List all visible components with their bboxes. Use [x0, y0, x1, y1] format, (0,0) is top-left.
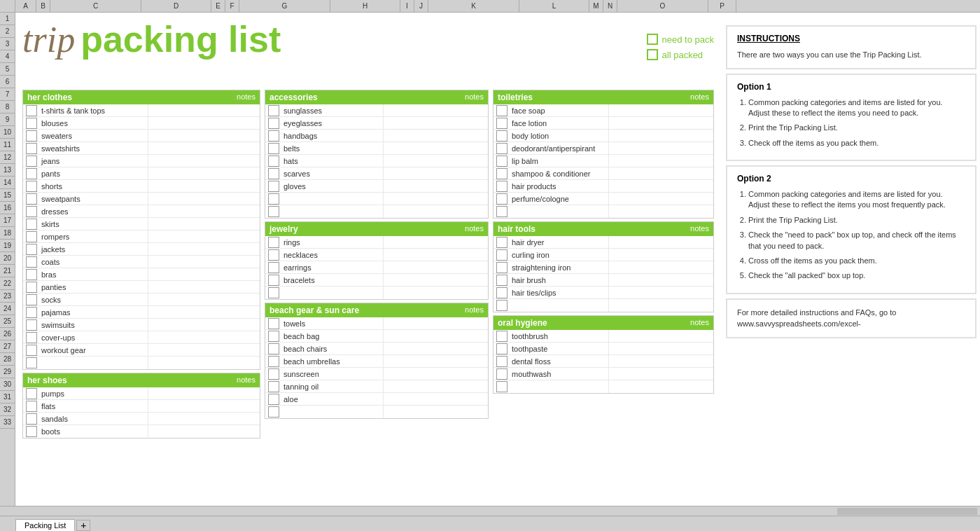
item-notes-field[interactable]: [148, 306, 260, 318]
item-notes-field[interactable]: [608, 330, 713, 342]
item-checkbox[interactable]: [496, 143, 507, 154]
item-notes-field[interactable]: [608, 380, 713, 393]
item-notes-field[interactable]: [148, 155, 260, 167]
item-checkbox[interactable]: [268, 206, 279, 217]
item-notes-field[interactable]: [608, 274, 713, 286]
item-checkbox[interactable]: [268, 181, 279, 192]
item-checkbox[interactable]: [26, 282, 37, 293]
item-notes-field[interactable]: [608, 368, 713, 380]
item-notes-field[interactable]: [148, 319, 260, 331]
item-notes-field[interactable]: [148, 193, 260, 205]
item-checkbox[interactable]: [268, 130, 279, 142]
item-checkbox[interactable]: [496, 168, 507, 179]
item-notes-field[interactable]: [148, 357, 260, 369]
item-notes-field[interactable]: [383, 193, 488, 205]
item-checkbox[interactable]: [496, 381, 507, 392]
item-checkbox[interactable]: [26, 332, 37, 343]
item-checkbox[interactable]: [26, 401, 37, 412]
item-notes-field[interactable]: [383, 155, 488, 167]
item-checkbox[interactable]: [268, 237, 279, 248]
item-checkbox[interactable]: [496, 343, 507, 354]
item-checkbox[interactable]: [496, 206, 507, 217]
item-checkbox[interactable]: [26, 269, 37, 280]
item-checkbox[interactable]: [26, 307, 37, 318]
item-checkbox[interactable]: [496, 193, 507, 205]
item-checkbox[interactable]: [496, 331, 507, 342]
item-notes-field[interactable]: [383, 180, 488, 192]
item-notes-field[interactable]: [148, 104, 260, 116]
item-notes-field[interactable]: [148, 413, 260, 425]
item-notes-field[interactable]: [148, 425, 260, 438]
item-checkbox[interactable]: [26, 156, 37, 167]
item-notes-field[interactable]: [383, 330, 488, 342]
item-notes-field[interactable]: [148, 281, 260, 293]
item-notes-field[interactable]: [608, 180, 713, 192]
item-notes-field[interactable]: [608, 299, 713, 312]
item-notes-field[interactable]: [608, 142, 713, 154]
item-checkbox[interactable]: [268, 343, 279, 354]
item-checkbox[interactable]: [26, 231, 37, 242]
item-checkbox[interactable]: [268, 331, 279, 342]
item-notes-field[interactable]: [148, 344, 260, 356]
item-checkbox[interactable]: [26, 181, 37, 192]
item-checkbox[interactable]: [268, 406, 279, 418]
item-notes-field[interactable]: [148, 243, 260, 255]
item-notes-field[interactable]: [608, 193, 713, 205]
item-checkbox[interactable]: [496, 105, 507, 116]
item-checkbox[interactable]: [268, 193, 279, 205]
item-notes-field[interactable]: [608, 261, 713, 273]
item-notes-field[interactable]: [383, 142, 488, 154]
item-notes-field[interactable]: [608, 205, 713, 218]
item-checkbox[interactable]: [496, 300, 507, 311]
item-checkbox[interactable]: [26, 105, 37, 116]
item-checkbox[interactable]: [496, 181, 507, 192]
item-checkbox[interactable]: [26, 426, 37, 437]
item-checkbox[interactable]: [26, 413, 37, 425]
item-notes-field[interactable]: [383, 236, 488, 248]
item-checkbox[interactable]: [496, 118, 507, 129]
item-checkbox[interactable]: [26, 193, 37, 205]
item-checkbox[interactable]: [268, 249, 279, 261]
item-notes-field[interactable]: [383, 261, 488, 273]
item-checkbox[interactable]: [496, 275, 507, 286]
item-checkbox[interactable]: [268, 394, 279, 405]
item-checkbox[interactable]: [26, 388, 37, 399]
item-checkbox[interactable]: [496, 249, 507, 261]
item-notes-field[interactable]: [148, 230, 260, 242]
item-notes-field[interactable]: [608, 104, 713, 116]
item-checkbox[interactable]: [268, 156, 279, 167]
item-notes-field[interactable]: [608, 167, 713, 179]
item-notes-field[interactable]: [148, 130, 260, 142]
item-checkbox[interactable]: [26, 357, 37, 368]
item-checkbox[interactable]: [26, 219, 37, 230]
item-notes-field[interactable]: [383, 167, 488, 179]
item-checkbox[interactable]: [268, 356, 279, 367]
item-notes-field[interactable]: [148, 167, 260, 179]
item-checkbox[interactable]: [496, 130, 507, 142]
item-notes-field[interactable]: [148, 205, 260, 217]
item-checkbox[interactable]: [26, 256, 37, 268]
item-notes-field[interactable]: [148, 218, 260, 230]
item-notes-field[interactable]: [383, 205, 488, 218]
item-checkbox[interactable]: [268, 143, 279, 154]
item-checkbox[interactable]: [26, 130, 37, 142]
item-checkbox[interactable]: [496, 368, 507, 380]
item-checkbox[interactable]: [496, 287, 507, 298]
item-checkbox[interactable]: [26, 244, 37, 255]
item-checkbox[interactable]: [496, 237, 507, 248]
item-notes-field[interactable]: [148, 400, 260, 412]
item-notes-field[interactable]: [383, 355, 488, 367]
item-checkbox[interactable]: [26, 319, 37, 331]
item-notes-field[interactable]: [383, 104, 488, 116]
item-checkbox[interactable]: [496, 356, 507, 367]
item-notes-field[interactable]: [608, 249, 713, 261]
item-checkbox[interactable]: [268, 168, 279, 179]
item-notes-field[interactable]: [148, 387, 260, 399]
item-checkbox[interactable]: [268, 262, 279, 273]
item-checkbox[interactable]: [496, 262, 507, 273]
item-notes-field[interactable]: [148, 117, 260, 129]
item-notes-field[interactable]: [383, 380, 488, 392]
item-checkbox[interactable]: [268, 275, 279, 286]
item-checkbox[interactable]: [268, 368, 279, 380]
item-checkbox[interactable]: [26, 345, 37, 356]
